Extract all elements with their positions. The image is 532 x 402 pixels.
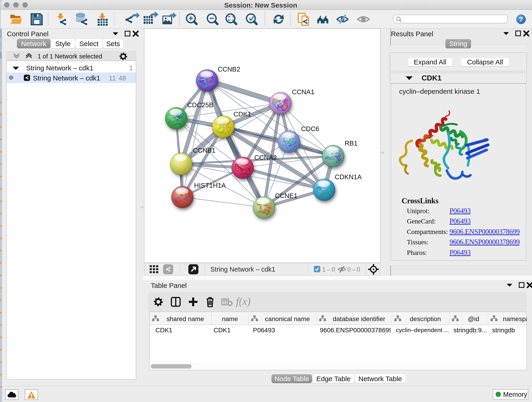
svg-text:HIST1H1A: HIST1H1A — [194, 182, 226, 189]
svg-text:CDK1: CDK1 — [234, 110, 251, 118]
svg-text:CDC25B: CDC25B — [187, 101, 213, 109]
svg-text:CCNE1: CCNE1 — [275, 192, 298, 199]
svg-text:CCNA1: CCNA1 — [292, 88, 314, 96]
svg-text:CCNB1: CCNB1 — [193, 147, 215, 154]
svg-text:CCNB2: CCNB2 — [218, 65, 240, 73]
svg-text:CDKN1A: CDKN1A — [335, 173, 362, 181]
svg-text:CDC6: CDC6 — [301, 125, 319, 133]
svg-text:CCNA2: CCNA2 — [254, 154, 277, 161]
svg-text:RB1: RB1 — [345, 140, 357, 147]
